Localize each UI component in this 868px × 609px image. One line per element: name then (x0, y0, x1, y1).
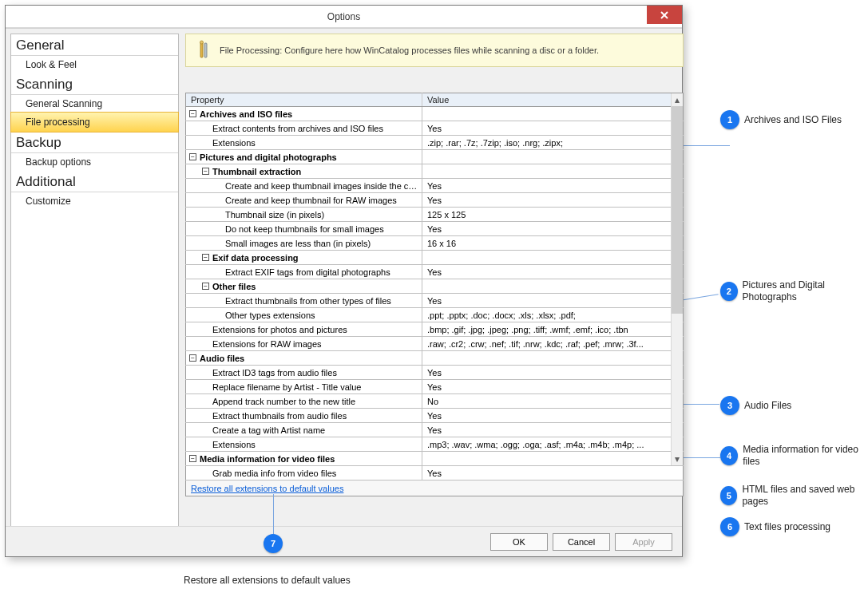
property-row[interactable]: −Other files (186, 279, 684, 294)
sidebar-item-look-and-feel[interactable]: Look & Feel (11, 56, 178, 73)
callout-2-text: Pictures and Digital Photographs (743, 279, 868, 303)
property-value (422, 164, 684, 179)
property-value[interactable]: No (422, 394, 684, 409)
property-value[interactable]: Yes (422, 466, 684, 480)
spacer (202, 426, 209, 433)
property-value[interactable]: Yes (422, 193, 684, 208)
callout-6-text: Text files processing (744, 521, 830, 533)
property-row[interactable]: Replace filename by Artist - Title value… (186, 380, 684, 394)
callout-3-bubble: 3 (720, 396, 739, 415)
vertical-scrollbar[interactable]: ▴ ▾ (671, 93, 683, 465)
spacer (202, 383, 209, 390)
col-header-value[interactable]: Value (422, 93, 684, 107)
spacer (202, 326, 209, 333)
property-row[interactable]: Extensions for RAW images.raw; .cr2; .cr… (186, 337, 684, 351)
apply-button: Apply (615, 533, 672, 551)
property-value[interactable]: Yes (422, 409, 684, 423)
close-button[interactable] (647, 6, 682, 24)
property-row[interactable]: −Thumbnail extraction (186, 164, 684, 179)
callout-7: 7 (264, 494, 284, 552)
dialog-body: General Look & Feel Scanning General Sca… (6, 28, 682, 526)
property-value[interactable]: .bmp; .gif; .jpg; .jpeg; .png; .tiff; .w… (422, 322, 684, 337)
spacer (202, 412, 209, 419)
property-row[interactable]: Extract thumbnails from other types of f… (186, 294, 684, 308)
expand-toggle[interactable]: − (189, 110, 196, 117)
property-label: Other types extensions (225, 310, 315, 320)
property-row[interactable]: Create and keep thumbnail images inside … (186, 179, 684, 193)
property-value[interactable]: Yes (422, 423, 684, 437)
callout-3: 3 Audio Files (720, 396, 791, 415)
property-row[interactable]: −Audio files (186, 351, 684, 366)
callout-4: 4 Media information for video files (720, 444, 868, 468)
spacer (215, 297, 222, 304)
expand-toggle[interactable]: − (202, 254, 209, 261)
property-label: Extract ID3 tags from audio files (212, 368, 337, 378)
sidebar-section-additional: Additional (11, 171, 178, 192)
restore-extensions-link[interactable]: Restore all extensions to default values (191, 484, 343, 493)
info-message: File Processing: Configure here how WinC… (220, 45, 599, 55)
property-row[interactable]: Small images are less than (in pixels)16… (186, 236, 684, 251)
property-row[interactable]: −Archives and ISO files (186, 107, 684, 121)
property-label: Append track number to the new title (212, 397, 355, 406)
info-band: File Processing: Configure here how WinC… (185, 34, 684, 67)
spacer (202, 397, 209, 405)
expand-toggle[interactable]: − (189, 455, 196, 462)
spacer (202, 441, 209, 448)
property-row[interactable]: Other types extensions.ppt; .pptx; .doc;… (186, 308, 684, 322)
property-value[interactable]: .raw; .cr2; .crw; .nef; .tif; .nrw; .kdc… (422, 337, 684, 351)
scroll-thumb[interactable] (672, 106, 683, 314)
property-row[interactable]: Extract ID3 tags from audio filesYes (186, 366, 684, 380)
property-row[interactable]: Grab media info from video filesYes (186, 466, 684, 480)
property-value[interactable]: Yes (422, 366, 684, 380)
property-row[interactable]: Thumbnail size (in pixels)125 x 125 (186, 208, 684, 222)
property-value[interactable]: .ppt; .pptx; .doc; .docx; .xls; .xlsx; .… (422, 308, 684, 322)
expand-toggle[interactable]: − (189, 354, 196, 362)
property-label: Extract EXIF tags from digital photograp… (225, 267, 390, 277)
property-row[interactable]: Create a tag with Artist nameYes (186, 423, 684, 437)
property-row[interactable]: Extract contents from archives and ISO f… (186, 121, 684, 136)
property-row[interactable]: Extract thumbnails from audio filesYes (186, 409, 684, 423)
sidebar-item-general-scanning[interactable]: General Scanning (11, 95, 178, 113)
property-value[interactable]: Yes (422, 380, 684, 394)
callout-1-bubble: 1 (720, 110, 739, 129)
expand-toggle[interactable]: − (202, 283, 209, 290)
spacer (215, 311, 222, 318)
property-value[interactable]: Yes (422, 222, 684, 236)
sidebar-item-file-processing[interactable]: File processing (10, 112, 179, 132)
property-row[interactable]: Extensions.mp3; .wav; .wma; .ogg; .oga; … (186, 437, 684, 452)
ok-button[interactable]: OK (490, 533, 548, 551)
callout-1: 1 Archives and ISO Files (720, 110, 842, 129)
property-value[interactable]: Yes (422, 179, 684, 193)
property-row[interactable]: Append track number to the new titleNo (186, 394, 684, 409)
property-row[interactable]: Create and keep thumbnail for RAW images… (186, 193, 684, 208)
expand-toggle[interactable]: − (189, 153, 196, 160)
cancel-button[interactable]: Cancel (553, 533, 610, 551)
property-row[interactable]: −Exif data processing (186, 251, 684, 265)
col-header-property[interactable]: Property (186, 93, 422, 107)
property-row[interactable]: Extensions.zip; .rar; .7z; .7zip; .iso; … (186, 136, 684, 150)
property-label: Small images are less than (in pixels) (225, 239, 371, 248)
property-row[interactable]: Extract EXIF tags from digital photograp… (186, 265, 684, 279)
scroll-down-icon[interactable]: ▾ (672, 453, 683, 465)
property-value (422, 107, 684, 121)
property-row[interactable]: Extensions for photos and pictures.bmp; … (186, 322, 684, 337)
property-row[interactable]: Do not keep thumbnails for small imagesY… (186, 222, 684, 236)
svg-point-4 (200, 41, 204, 44)
sidebar-item-backup-options[interactable]: Backup options (11, 153, 178, 171)
property-row[interactable]: −Pictures and digital photographs (186, 150, 684, 164)
property-grid[interactable]: Property Value −Archives and ISO filesEx… (185, 93, 684, 480)
spacer (202, 125, 209, 132)
property-value[interactable]: 125 x 125 (422, 208, 684, 222)
property-value[interactable]: Yes (422, 121, 684, 136)
grid-footer-bar: Restore all extensions to default values (185, 480, 684, 496)
property-value[interactable]: 16 x 16 (422, 236, 684, 251)
property-value[interactable]: .mp3; .wav; .wma; .ogg; .oga; .asf; .m4a… (422, 437, 684, 452)
expand-toggle[interactable]: − (202, 168, 209, 175)
property-row[interactable]: −Media information for video files (186, 452, 684, 466)
scroll-up-icon[interactable]: ▴ (672, 93, 683, 106)
property-value[interactable]: .zip; .rar; .7z; .7zip; .iso; .nrg; .zip… (422, 136, 684, 150)
property-label: Create and keep thumbnail for RAW images (225, 196, 397, 205)
sidebar-item-customize[interactable]: Customize (11, 192, 178, 210)
property-value[interactable]: Yes (422, 265, 684, 279)
property-value[interactable]: Yes (422, 294, 684, 308)
